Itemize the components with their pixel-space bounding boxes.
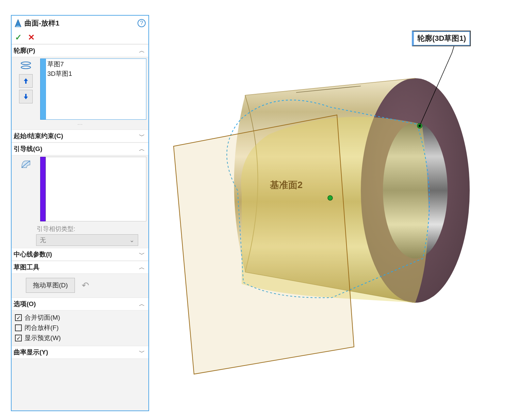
- viewport[interactable]: [153, 0, 516, 420]
- panel-header: 曲面-放样1 ?: [12, 16, 148, 31]
- guides-tangency-dropdown[interactable]: 无 ⌄: [36, 234, 138, 246]
- profiles-list[interactable]: 草图7 3D草图1: [46, 58, 146, 120]
- callout-label: 轮廓(3D草图1): [417, 34, 466, 43]
- section-label: 起始/结束约束(C): [14, 132, 63, 140]
- dropdown-value: 无: [40, 236, 46, 244]
- section-header-sketchtools[interactable]: 草图工具 ︿: [12, 261, 148, 274]
- section-label: 曲率显示(Y): [14, 348, 48, 357]
- section-header-centerline[interactable]: 中心线参数(I) ﹀: [12, 248, 148, 261]
- svg-point-8: [328, 196, 333, 200]
- guides-list[interactable]: [46, 157, 146, 221]
- section-header-profiles[interactable]: 轮廓(P) ︿: [12, 44, 148, 57]
- datum-plane-label: 基准面2: [270, 179, 303, 191]
- section-label: 中心线参数(I): [14, 250, 52, 259]
- checkbox-checked-icon: ✓: [15, 335, 22, 341]
- option-show-preview[interactable]: ✓ 显示预览(W): [15, 334, 146, 342]
- section-label: 草图工具: [14, 263, 39, 272]
- confirm-row: ✓ ✕: [12, 31, 148, 44]
- chevron-down-icon: ﹀: [139, 348, 145, 356]
- options-body: ✓ 合并切面(M) 闭合放样(F) ✓ 显示预览(W): [12, 310, 148, 346]
- list-item[interactable]: 3D草图1: [47, 69, 145, 79]
- svg-point-1: [21, 66, 31, 69]
- loft-surface-icon: [14, 19, 22, 28]
- chevron-up-icon: ︿: [139, 300, 145, 308]
- option-label: 显示预览(W): [25, 334, 61, 342]
- guides-selection-handle[interactable]: [40, 157, 46, 221]
- chevron-up-icon: ︿: [139, 47, 145, 55]
- section-label: 引导线(G): [14, 145, 42, 153]
- option-label: 闭合放样(F): [25, 323, 59, 332]
- ok-button[interactable]: ✓: [15, 33, 22, 42]
- checkbox-checked-icon: ✓: [15, 314, 22, 321]
- profiles-icon: [19, 58, 33, 72]
- panel-title: 曲面-放样1: [25, 18, 138, 28]
- chevron-up-icon: ︿: [139, 145, 145, 153]
- guide-curve-icon: [19, 157, 33, 170]
- drag-sketch-button[interactable]: 拖动草图(D): [26, 278, 75, 293]
- property-panel: 曲面-放样1 ? ✓ ✕ 轮廓(P) ︿: [11, 15, 149, 411]
- cancel-button[interactable]: ✕: [28, 33, 35, 42]
- guides-body: 引导相切类型: 无 ⌄: [12, 155, 148, 248]
- svg-point-11: [419, 125, 421, 127]
- section-header-options[interactable]: 选项(O) ︿: [12, 298, 148, 310]
- chevron-down-icon: ﹀: [139, 250, 145, 258]
- chevron-down-icon: ﹀: [139, 132, 145, 140]
- move-up-button[interactable]: [19, 74, 33, 88]
- datum-plane[interactable]: [174, 115, 354, 374]
- option-closed-loft[interactable]: 闭合放样(F): [15, 323, 146, 332]
- section-label: 轮廓(P): [14, 46, 35, 55]
- move-down-button[interactable]: [19, 90, 33, 103]
- section-header-curvature[interactable]: 曲率显示(Y) ﹀: [12, 346, 148, 359]
- resize-grip-icon[interactable]: ⋯: [14, 121, 146, 128]
- section-header-guides[interactable]: 引导线(G) ︿: [12, 142, 148, 155]
- undo-icon[interactable]: ↶: [82, 280, 89, 291]
- chevron-down-icon: ⌄: [129, 236, 134, 244]
- option-merge-tangent[interactable]: ✓ 合并切面(M): [15, 313, 146, 322]
- svg-point-0: [21, 62, 31, 65]
- profiles-body: 草图7 3D草图1 ⋯: [12, 57, 148, 130]
- profile-callout[interactable]: 轮廓(3D草图1): [412, 31, 471, 46]
- section-label: 选项(O): [14, 300, 36, 308]
- guides-tangency-label: 引导相切类型:: [37, 225, 146, 233]
- help-button[interactable]: ?: [138, 19, 146, 27]
- model-view: [153, 0, 516, 420]
- chevron-up-icon: ︿: [139, 263, 145, 271]
- checkbox-unchecked-icon: [15, 324, 22, 331]
- section-header-startend[interactable]: 起始/结束约束(C) ﹀: [12, 130, 148, 142]
- option-label: 合并切面(M): [25, 313, 60, 322]
- list-item[interactable]: 草图7: [47, 60, 145, 69]
- profiles-selection-handle[interactable]: [40, 58, 46, 120]
- sketch-tools-body: 拖动草图(D) ↶: [12, 274, 148, 298]
